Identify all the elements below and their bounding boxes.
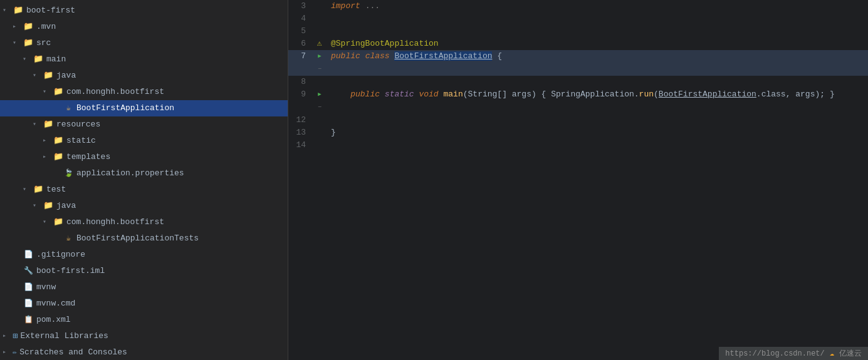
line-content-8 bbox=[326, 76, 868, 88]
gutter-6: ⚠ bbox=[313, 38, 326, 50]
tree-label-boot-first: boot-first bbox=[26, 4, 75, 18]
tree-item-templates[interactable]: 📁 templates bbox=[0, 149, 288, 165]
code-line-13: 13 } bbox=[288, 126, 868, 139]
arrow-mvn bbox=[13, 20, 23, 34]
tree-label-iml: boot-first.iml bbox=[36, 264, 105, 278]
pom-file-icon: 📋 bbox=[23, 315, 34, 325]
tree-label-static: static bbox=[66, 134, 96, 148]
tree-label-src: src bbox=[36, 36, 51, 50]
tree-item-main[interactable]: 📁 main bbox=[0, 51, 288, 68]
folder-icon-package: 📁 bbox=[53, 87, 64, 97]
folder-icon-java: 📁 bbox=[43, 71, 54, 81]
tree-item-static[interactable]: 📁 static bbox=[0, 133, 288, 149]
file-tree[interactable]: 📁 boot-first 📁 .mvn 📁 src 📁 main 📁 java … bbox=[0, 0, 288, 360]
tree-item-mvnw-cmd[interactable]: 📄 mvnw.cmd bbox=[0, 296, 288, 312]
test-file-icon: ☕ bbox=[63, 234, 74, 244]
tree-label-test-package: com.honghh.bootfirst bbox=[66, 215, 164, 229]
tree-item-gitignore[interactable]: 📄 .gitignore bbox=[0, 247, 288, 263]
tree-item-resources[interactable]: 📁 resources bbox=[0, 116, 288, 133]
arrow-test-package bbox=[43, 215, 53, 229]
line-num-8: 8 bbox=[288, 76, 313, 88]
line-content-3: import ... bbox=[326, 0, 868, 13]
folder-icon-src: 📁 bbox=[23, 38, 34, 48]
code-line-4: 4 bbox=[288, 13, 868, 25]
code-line-9: 9 ▶ − public static void main(String[] a… bbox=[288, 88, 868, 114]
tree-label-pom: pom.xml bbox=[36, 313, 71, 327]
code-editor[interactable]: 3 import ... 4 5 6 ⚠ @SpringBootApplicat… bbox=[288, 0, 868, 360]
tree-label-java: java bbox=[56, 69, 76, 83]
tree-item-src[interactable]: 📁 src bbox=[0, 35, 288, 51]
tree-label-mvnw-cmd: mvnw.cmd bbox=[36, 297, 75, 311]
line-content-7: public class BootFirstApplication { bbox=[326, 50, 868, 76]
tree-label-resources: resources bbox=[56, 118, 100, 131]
code-line-3: 3 import ... bbox=[288, 0, 868, 13]
gutter-8 bbox=[313, 76, 326, 88]
tree-label-mvn: .mvn bbox=[36, 20, 56, 34]
arrow-test-java bbox=[33, 199, 43, 213]
code-line-7: 7 ▶ − public class BootFirstApplication … bbox=[288, 50, 868, 76]
properties-file-icon: 🍃 bbox=[63, 168, 74, 178]
tree-item-iml[interactable]: 🔧 boot-first.iml bbox=[0, 263, 288, 279]
tree-item-boot-first-app[interactable]: ☕ BootFirstApplication bbox=[0, 100, 288, 116]
tree-item-java[interactable]: 📁 java bbox=[0, 68, 288, 84]
code-line-12: 12 bbox=[288, 114, 868, 126]
tree-item-mvnw[interactable]: 📄 mvnw bbox=[0, 279, 288, 296]
gutter-5 bbox=[313, 25, 326, 38]
line-content-12 bbox=[326, 114, 868, 126]
bottom-brand: 亿速云 bbox=[839, 348, 862, 359]
tree-item-test-package[interactable]: 📁 com.honghh.bootfirst bbox=[0, 214, 288, 230]
arrow-test bbox=[23, 183, 33, 197]
tree-label-templates: templates bbox=[66, 150, 110, 164]
folder-icon-boot-first: 📁 bbox=[13, 6, 24, 16]
folder-icon-templates: 📁 bbox=[53, 152, 64, 162]
tree-item-package[interactable]: 📁 com.honghh.bootfirst bbox=[0, 84, 288, 100]
arrow-resources bbox=[33, 118, 43, 131]
arrow-src bbox=[13, 36, 23, 50]
line-content-9: public static void main(String[] args) {… bbox=[326, 88, 868, 114]
scratches-icon: ✏ bbox=[13, 346, 17, 359]
bottom-bar: https://blog.csdn.net/ ☁ 亿速云 bbox=[719, 347, 868, 360]
code-content-area: 3 import ... 4 5 6 ⚠ @SpringBootApplicat… bbox=[288, 0, 868, 360]
line-content-6: @SpringBootApplication bbox=[326, 38, 868, 50]
tree-label-scratches: Scratches and Consoles bbox=[19, 346, 127, 359]
tree-label-tests: BootFirstApplicationTests bbox=[76, 232, 199, 245]
bottom-url: https://blog.csdn.net/ bbox=[725, 349, 824, 358]
tree-item-pom[interactable]: 📋 pom.xml bbox=[0, 312, 288, 328]
tree-item-test-java[interactable]: 📁 java bbox=[0, 198, 288, 214]
folder-icon-static: 📁 bbox=[53, 136, 64, 146]
gutter-12 bbox=[313, 114, 326, 126]
arrow-external-libs bbox=[3, 329, 13, 343]
tree-item-tests[interactable]: ☕ BootFirstApplicationTests bbox=[0, 230, 288, 247]
arrow-boot-first bbox=[3, 4, 13, 18]
tree-item-app-properties[interactable]: 🍃 application.properties bbox=[0, 165, 288, 182]
mvnw-file-icon: 📄 bbox=[23, 282, 34, 292]
code-line-14: 14 bbox=[288, 139, 868, 152]
line-content-13: } bbox=[326, 126, 868, 139]
tree-item-boot-first[interactable]: 📁 boot-first bbox=[0, 3, 288, 19]
tree-item-external-libs[interactable]: ⊞ External Libraries bbox=[0, 328, 288, 344]
arrow-templates bbox=[43, 150, 53, 164]
gutter-14 bbox=[313, 139, 326, 152]
line-num-9: 9 bbox=[288, 88, 313, 114]
tree-label-properties: application.properties bbox=[76, 167, 184, 180]
gitignore-file-icon: 📄 bbox=[23, 250, 34, 260]
line-num-3: 3 bbox=[288, 0, 313, 13]
tree-label-main: main bbox=[46, 53, 66, 66]
tree-item-test[interactable]: 📁 test bbox=[0, 182, 288, 198]
arrow-main bbox=[23, 53, 33, 66]
tree-item-scratches[interactable]: ✏ Scratches and Consoles bbox=[0, 344, 288, 360]
folder-icon-resources: 📁 bbox=[43, 120, 54, 130]
tree-item-mvn[interactable]: 📁 .mvn bbox=[0, 19, 288, 35]
gutter-3 bbox=[313, 0, 326, 13]
mvnw-cmd-file-icon: 📄 bbox=[23, 299, 34, 309]
folder-icon-main: 📁 bbox=[33, 54, 44, 64]
folder-icon-test-package: 📁 bbox=[53, 217, 64, 227]
folder-icon-mvn: 📁 bbox=[23, 22, 34, 32]
iml-file-icon: 🔧 bbox=[23, 266, 34, 276]
arrow-java bbox=[33, 69, 43, 83]
line-content-14 bbox=[326, 139, 868, 152]
line-content-5 bbox=[326, 25, 868, 38]
library-icon: ⊞ bbox=[13, 329, 18, 343]
gutter-7: ▶ − bbox=[313, 50, 326, 76]
tree-label-test-java: java bbox=[56, 199, 76, 213]
